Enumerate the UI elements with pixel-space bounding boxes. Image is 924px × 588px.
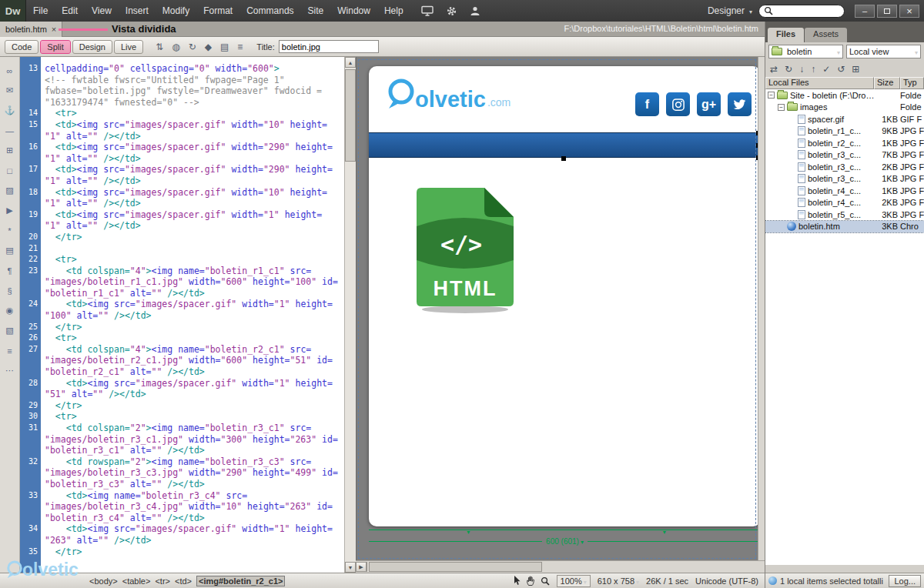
panel-tab-assets[interactable]: Assets: [805, 28, 847, 42]
design-view-button[interactable]: Design: [72, 40, 112, 54]
code-scrollbar[interactable]: [344, 57, 356, 573]
refresh-icon[interactable]: ↻: [189, 42, 196, 52]
code-text[interactable]: <td><img src="images/spacer.gif" width="…: [41, 523, 344, 546]
sites-user-icon[interactable]: [470, 5, 480, 16]
design-page[interactable]: olvetic .com fg+ </> HTML: [369, 66, 761, 526]
insert-date-icon[interactable]: ▤: [3, 245, 16, 256]
code-text[interactable]: <td colspan="4"><img name="boletin_r1_c1…: [41, 266, 344, 299]
extensions-gear-icon[interactable]: [446, 5, 457, 17]
insert-table-icon[interactable]: ⊞: [3, 145, 16, 156]
tree-expander-icon[interactable]: −: [768, 92, 775, 99]
code-text[interactable]: <td><img src="images/spacer.gif" width="…: [41, 187, 344, 209]
column-header-size[interactable]: Size: [874, 77, 900, 89]
code-text[interactable]: <td><img name="boletin_r3_c4" src= "imag…: [41, 490, 344, 524]
code-text[interactable]: cellpadding="0" cellspacing="0" width="6…: [41, 63, 344, 108]
code-text[interactable]: <tr>: [41, 332, 344, 344]
menu-help[interactable]: Help: [377, 0, 410, 22]
select-tool-icon[interactable]: [514, 576, 521, 586]
get-files-icon[interactable]: ↓: [799, 65, 804, 74]
twitter-icon[interactable]: [728, 92, 752, 116]
insert-image-icon[interactable]: ▨: [3, 185, 16, 196]
search-box[interactable]: [758, 5, 845, 18]
panel-tab-files[interactable]: Files: [768, 28, 804, 42]
menu-view[interactable]: View: [85, 0, 119, 22]
zoom-tool-icon[interactable]: [541, 576, 550, 586]
file-row[interactable]: boletin_r3_c...2KBJPG F: [765, 161, 924, 173]
file-row[interactable]: boletin_r2_c...1KBJPG F: [765, 137, 924, 149]
design-horizontal-scrollbar[interactable]: [356, 560, 765, 573]
menu-window[interactable]: Window: [330, 0, 377, 22]
title-input[interactable]: [279, 40, 379, 53]
code-text[interactable]: <td><img src="images/spacer.gif" width="…: [41, 299, 344, 321]
menu-file[interactable]: File: [26, 0, 55, 22]
insert-named-anchor-icon[interactable]: ⚓: [3, 105, 16, 116]
file-row[interactable]: spacer.gif1KBGIF F: [765, 113, 924, 125]
tag-selector-item[interactable]: <tr>: [155, 576, 170, 586]
selected-banner-image[interactable]: [369, 132, 761, 158]
code-text[interactable]: <tr>: [41, 108, 344, 119]
code-text[interactable]: [41, 243, 344, 255]
search-input[interactable]: [776, 5, 838, 16]
insert-tag-chooser-icon[interactable]: ≡: [3, 345, 16, 356]
code-text[interactable]: <td colspan="2"><img name="boletin_r3_c1…: [41, 423, 344, 456]
insert-widget-icon[interactable]: *: [3, 225, 16, 236]
view-dropdown[interactable]: Local view: [846, 45, 921, 58]
code-text[interactable]: <td><img src="images/spacer.gif" width="…: [41, 378, 344, 400]
code-navigator-icon[interactable]: ◆: [205, 42, 212, 52]
close-button[interactable]: [899, 5, 919, 18]
insert-comment-icon[interactable]: ¶: [3, 265, 16, 276]
file-management-icon[interactable]: ⇅: [156, 42, 163, 52]
check-out-icon[interactable]: ✓: [822, 65, 830, 74]
code-view-button[interactable]: Code: [5, 40, 38, 54]
scroll-right-icon[interactable]: [356, 562, 367, 572]
menu-format[interactable]: Format: [196, 0, 239, 22]
scrollbar-thumb[interactable]: [345, 69, 356, 162]
file-row[interactable]: −imagesFolde: [765, 102, 924, 114]
insert-media-icon[interactable]: ▶: [3, 205, 16, 216]
file-row[interactable]: boletin_r4_c...1KBJPG F: [765, 185, 924, 197]
column-header-type[interactable]: Typ: [900, 77, 924, 89]
insert-horizontal-rule-icon[interactable]: ―: [3, 125, 16, 136]
tag-selector-item[interactable]: <td>: [175, 576, 192, 586]
menu-site[interactable]: Site: [301, 0, 331, 22]
column-header-name[interactable]: Local Files: [765, 77, 874, 89]
menu-edit[interactable]: Edit: [55, 0, 85, 22]
put-files-icon[interactable]: ↑: [811, 65, 815, 74]
tag-selector-item[interactable]: <table>: [122, 576, 151, 586]
code-text[interactable]: </tr>: [41, 322, 344, 333]
code-view[interactable]: 13cellpadding="0" cellspacing="0" width=…: [20, 57, 344, 573]
code-text[interactable]: <td rowspan="2"><img name="boletin_r3_c3…: [41, 456, 344, 490]
code-text[interactable]: </tr>: [41, 400, 344, 412]
table-width-bar[interactable]: 600 (601): [369, 537, 761, 546]
code-text[interactable]: <td><img src="images/spacer.gif" width="…: [41, 142, 344, 164]
html-file-image[interactable]: </> HTML: [417, 188, 514, 319]
code-text[interactable]: <tr>: [41, 411, 344, 423]
column-marker-icon[interactable]: ▾: [663, 530, 666, 536]
maximize-button[interactable]: [877, 5, 897, 18]
menu-commands[interactable]: Commands: [239, 0, 300, 22]
workspace-switcher[interactable]: Designer: [701, 5, 758, 16]
tag-selector-item[interactable]: <img#boletin_r2_c1>: [196, 576, 285, 586]
code-text[interactable]: <tr>: [41, 254, 344, 266]
file-row[interactable]: boletin_r3_c...7KBJPG F: [765, 149, 924, 162]
column-marker-icon[interactable]: ▾: [467, 530, 470, 536]
file-row[interactable]: boletin_r3_c...1KBJPG F: [765, 173, 924, 185]
view-options-icon[interactable]: ≡: [237, 42, 243, 52]
layout-selector-icon[interactable]: [421, 5, 434, 16]
minimize-button[interactable]: [855, 5, 875, 18]
insert-div-tag-icon[interactable]: □: [3, 165, 16, 176]
code-text[interactable]: </tr>: [41, 232, 344, 243]
scroll-up-icon[interactable]: [345, 57, 356, 68]
document-tab[interactable]: boletin.htm: [0, 22, 62, 37]
refresh-icon[interactable]: ↻: [785, 65, 792, 74]
insert-head-icon[interactable]: ◉: [3, 305, 16, 316]
insert-script-icon[interactable]: §: [3, 285, 16, 296]
instagram-icon[interactable]: [666, 92, 690, 116]
menu-insert[interactable]: Insert: [119, 0, 156, 22]
tree-expander-icon[interactable]: −: [778, 104, 785, 111]
live-view-button[interactable]: Live: [114, 40, 143, 54]
file-row[interactable]: boletin_r4_c...2KBJPG F: [765, 197, 924, 209]
zoom-level-select[interactable]: 100%: [557, 575, 591, 587]
menu-modify[interactable]: Modify: [156, 0, 196, 22]
site-dropdown[interactable]: boletin: [768, 45, 843, 58]
